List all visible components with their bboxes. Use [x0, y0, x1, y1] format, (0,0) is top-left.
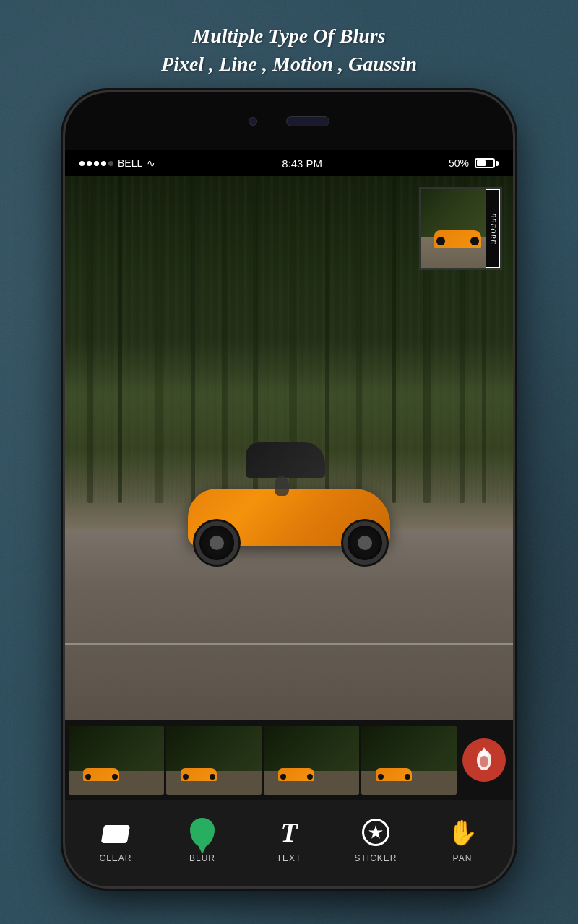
signal-dot-3	[94, 161, 99, 166]
battery-icon	[475, 158, 499, 168]
app-title: Multiple Type Of Blurs Pixel , Line , Mo…	[161, 22, 417, 78]
thumbnail-3[interactable]	[264, 726, 359, 795]
road-line	[65, 643, 513, 645]
status-bar: BELL ∿ 8:43 PM 50%	[65, 150, 513, 176]
bottom-toolbar: CLEAR BLUR T TEXT STICKER	[65, 800, 513, 886]
app-title-area: Multiple Type Of Blurs Pixel , Line , Mo…	[161, 22, 417, 78]
pan-label: PAN	[453, 853, 473, 863]
before-image-preview	[421, 189, 486, 268]
battery-fill	[477, 160, 486, 166]
thumb-image-1	[69, 726, 164, 795]
sports-car	[173, 467, 405, 568]
battery-body	[475, 158, 495, 168]
thumbnail-1[interactable]	[69, 726, 164, 795]
dropper-icon	[474, 747, 494, 773]
hand-icon: ✋	[447, 818, 478, 847]
eraser-icon	[103, 821, 129, 843]
thumb-image-2	[166, 726, 262, 795]
sticker-icon	[362, 819, 389, 846]
text-label: TEXT	[277, 853, 302, 863]
signal-dot-5	[108, 161, 113, 166]
sticker-star	[368, 825, 383, 840]
pan-icon-container: ✋	[446, 816, 479, 849]
svg-point-2	[480, 756, 488, 767]
water-drop-icon	[190, 818, 215, 847]
battery-percent: 50%	[449, 157, 469, 169]
clear-icon-container	[99, 816, 132, 849]
car-roof	[246, 442, 325, 478]
thumbnail-strip	[65, 720, 513, 800]
before-mini-car	[434, 230, 481, 248]
thumb-mini-car-4	[376, 768, 412, 781]
speaker-grille	[286, 116, 329, 126]
before-label: BEFORE	[486, 189, 500, 268]
signal-bars	[79, 161, 113, 166]
battery-tip	[496, 161, 499, 166]
thumb-mini-car-2	[181, 768, 217, 781]
thumb-mini-car-1	[83, 768, 119, 781]
clear-label: CLEAR	[99, 853, 131, 863]
thumbnail-2[interactable]	[166, 726, 262, 795]
thumb-image-4	[361, 726, 457, 795]
text-tool[interactable]: T TEXT	[246, 816, 332, 863]
text-icon-container: T	[272, 816, 306, 849]
sticker-tool[interactable]: STICKER	[332, 816, 419, 863]
main-image-area[interactable]: BEFORE	[65, 176, 513, 720]
thumb-image-3	[264, 726, 359, 795]
wifi-icon: ∿	[147, 157, 155, 169]
sticker-label: STICKER	[354, 853, 397, 863]
before-thumbnail[interactable]: BEFORE	[419, 187, 502, 270]
pan-tool[interactable]: ✋ PAN	[419, 816, 506, 863]
eraser-body	[101, 825, 130, 843]
car-scene: BEFORE	[65, 176, 513, 720]
thumbnail-4[interactable]	[361, 726, 457, 795]
car-wheel-front	[195, 521, 238, 565]
driver-silhouette	[275, 476, 289, 496]
clear-tool[interactable]: CLEAR	[72, 816, 159, 863]
text-icon: T	[280, 819, 297, 846]
blur-tool[interactable]: BLUR	[159, 816, 246, 863]
status-time: 8:43 PM	[282, 157, 322, 170]
signal-dot-1	[79, 161, 85, 166]
blur-label: BLUR	[189, 853, 215, 863]
status-right: 50%	[449, 157, 499, 169]
sticker-icon-container	[359, 816, 392, 849]
thumb-mini-car-3	[278, 768, 314, 781]
color-dropper-button[interactable]	[462, 738, 506, 782]
front-camera	[249, 117, 257, 126]
signal-dot-2	[87, 161, 92, 166]
status-left: BELL ∿	[79, 157, 155, 169]
signal-dot-4	[101, 161, 106, 166]
phone-frame: BELL ∿ 8:43 PM 50%	[65, 92, 513, 886]
carrier-name: BELL	[118, 157, 142, 169]
phone-top-bar	[65, 92, 513, 150]
car-wheel-rear	[343, 521, 387, 565]
blur-icon-container	[186, 816, 219, 849]
